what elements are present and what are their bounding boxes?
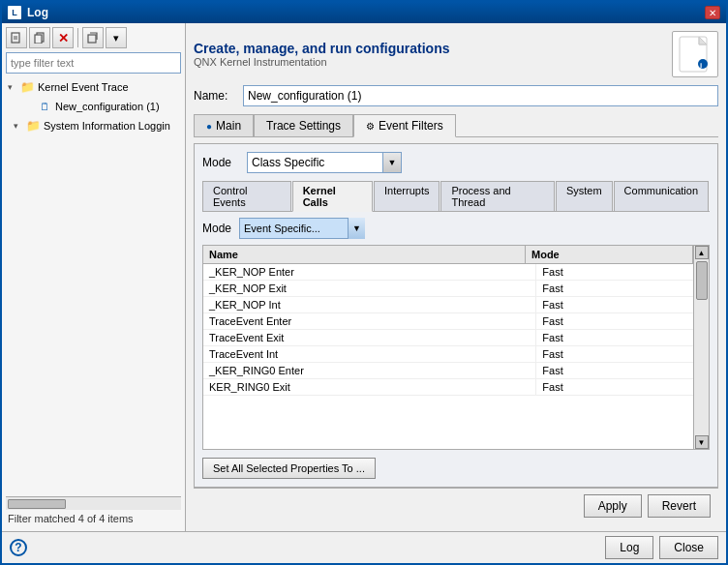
- tab-interrupts[interactable]: Interrupts: [374, 181, 440, 211]
- name-row: Name:: [194, 85, 718, 106]
- svg-rect-2: [35, 35, 42, 44]
- delete-button[interactable]: ✕: [52, 27, 74, 48]
- svg-text:i: i: [700, 61, 702, 70]
- table-body: _KER_NOP Enter Fast _KER_NOP Exit Fast _…: [203, 264, 709, 449]
- sibling-folder-icon: 📁: [25, 118, 41, 134]
- row-name: KER_RING0 Exit: [203, 379, 536, 395]
- filter-tab-icon: ⚙: [366, 121, 375, 132]
- tab-main[interactable]: ● Main: [194, 114, 254, 136]
- kernel-calls-table: Name Mode _KER_NOP Enter Fast _KER_NOP E…: [202, 245, 710, 450]
- tree-child-item[interactable]: 🗒 New_configuration (1): [6, 97, 181, 116]
- revert-button[interactable]: Revert: [648, 494, 711, 518]
- set-all-properties-button[interactable]: Set All Selected Properties To ...: [202, 458, 376, 479]
- footer-bar: ? Log Close: [2, 531, 726, 563]
- title-bar: L Log ✕: [2, 2, 726, 23]
- tab-event-filters[interactable]: ⚙ Event Filters: [353, 114, 456, 137]
- copy-button[interactable]: [29, 27, 50, 48]
- table-row[interactable]: TraceEvent Exit Fast: [203, 330, 709, 346]
- table-row[interactable]: _KER_RING0 Enter Fast: [203, 363, 709, 379]
- close-button[interactable]: ✕: [705, 6, 720, 19]
- filter-status: Filter matched 4 of 4 items: [6, 510, 181, 527]
- table-row[interactable]: KER_RING0 Exit Fast: [203, 379, 709, 396]
- config-icon: 🗒: [37, 99, 52, 114]
- horizontal-scrollbar[interactable]: [6, 496, 181, 510]
- tree-sibling-item[interactable]: ▾ 📁 System Information Loggin: [6, 116, 181, 135]
- svg-rect-0: [12, 33, 19, 43]
- header-icon: i: [672, 31, 718, 77]
- header-title: Create, manage, and run configurations: [194, 41, 450, 56]
- inner-tabs: Control Events Kernel Calls Interrupts P…: [202, 181, 710, 212]
- footer-buttons: Log Close: [605, 536, 718, 559]
- tree-child-expand: [25, 102, 35, 111]
- name-label: Name:: [194, 89, 237, 103]
- header-subtitle: QNX Kernel Instrumentation: [194, 56, 450, 68]
- row-mode: Fast: [536, 281, 709, 296]
- tab-trace-settings[interactable]: Trace Settings: [254, 114, 353, 136]
- vertical-scrollbar[interactable]: ▲ ▼: [693, 246, 709, 449]
- row-name: _KER_NOP Enter: [203, 264, 536, 280]
- help-button[interactable]: ?: [10, 539, 27, 556]
- main-window: L Log ✕ ✕ ▾: [0, 0, 728, 565]
- row-name: TraceEvent Enter: [203, 313, 536, 329]
- apply-button[interactable]: Apply: [584, 494, 642, 518]
- duplicate-button[interactable]: [82, 27, 104, 48]
- toolbar-separator: [77, 28, 78, 47]
- tab-system[interactable]: System: [556, 181, 613, 211]
- header-row: Create, manage, and run configurations Q…: [194, 31, 718, 77]
- filter-input[interactable]: [6, 52, 181, 74]
- tree-sibling-expand[interactable]: ▾: [14, 121, 23, 131]
- tab-kernel-calls[interactable]: Kernel Calls: [292, 181, 373, 212]
- tree-child-label: New_configuration (1): [55, 101, 160, 112]
- outer-tabs: ● Main Trace Settings ⚙ Event Filters: [194, 114, 718, 137]
- toolbar: ✕ ▾: [6, 27, 181, 48]
- row-mode: Fast: [536, 363, 709, 378]
- row-name: _KER_RING0 Enter: [203, 363, 536, 378]
- tree-expand-icon[interactable]: ▾: [8, 82, 17, 92]
- tab-communication[interactable]: Communication: [614, 181, 709, 211]
- tree-root-item[interactable]: ▾ 📁 Kernel Event Trace: [6, 77, 181, 97]
- table-row[interactable]: _KER_NOP Int Fast: [203, 297, 709, 313]
- table-row[interactable]: TraceEvent Int Fast: [203, 346, 709, 363]
- col-header-mode: Mode: [526, 246, 693, 263]
- main-content: ✕ ▾ ▾ 📁 Kernel Event Trace 🗒 New_configu…: [2, 23, 726, 531]
- scrollbar-v-thumb[interactable]: [696, 261, 708, 300]
- table-header: Name Mode: [203, 246, 709, 264]
- apply-revert-bar: Apply Revert: [194, 488, 718, 523]
- svg-rect-3: [88, 35, 96, 43]
- log-button[interactable]: Log: [605, 536, 653, 559]
- row-mode: Fast: [536, 313, 709, 329]
- move-button[interactable]: ▾: [106, 27, 127, 48]
- table-row[interactable]: _KER_NOP Enter Fast: [203, 264, 709, 281]
- col-header-name: Name: [203, 246, 526, 263]
- kernel-mode-select-wrap: Event Specific... ▼: [239, 218, 365, 239]
- kernel-mode-row: Mode Event Specific... ▼: [202, 218, 710, 239]
- tab-process-thread[interactable]: Process and Thread: [440, 181, 554, 211]
- row-name: TraceEvent Exit: [203, 330, 536, 345]
- tree-container: ▾ 📁 Kernel Event Trace 🗒 New_configurati…: [6, 77, 181, 496]
- scrollbar-up-button[interactable]: ▲: [695, 246, 709, 259]
- kernel-mode-label: Mode: [202, 222, 231, 235]
- tree-sibling-label: System Information Loggin: [44, 120, 170, 132]
- header-text: Create, manage, and run configurations Q…: [194, 41, 450, 68]
- main-tab-icon: ●: [206, 121, 212, 132]
- mode-row: Mode Class Specific ▼: [202, 152, 710, 173]
- table-row[interactable]: _KER_NOP Exit Fast: [203, 281, 709, 297]
- scrollbar-down-button[interactable]: ▼: [695, 435, 709, 449]
- tab-control-events[interactable]: Control Events: [202, 181, 291, 211]
- row-mode: Fast: [536, 346, 709, 362]
- content-area: Mode Class Specific ▼ Control Events Ker…: [194, 143, 718, 488]
- window-title: Log: [27, 6, 48, 19]
- mode-select[interactable]: Class Specific: [247, 152, 402, 173]
- new-button[interactable]: [6, 27, 27, 48]
- row-mode: Fast: [536, 379, 709, 395]
- table-row[interactable]: TraceEvent Enter Fast: [203, 313, 709, 330]
- mode-label: Mode: [202, 156, 241, 169]
- kernel-mode-select[interactable]: Event Specific...: [239, 218, 365, 239]
- name-input[interactable]: [243, 85, 718, 106]
- scrollbar-thumb[interactable]: [8, 499, 66, 509]
- close-button[interactable]: Close: [659, 536, 718, 559]
- row-name: TraceEvent Int: [203, 346, 536, 362]
- tree-root-label: Kernel Event Trace: [38, 81, 129, 93]
- title-bar-left: L Log: [8, 6, 48, 19]
- row-name: _KER_NOP Exit: [203, 281, 536, 296]
